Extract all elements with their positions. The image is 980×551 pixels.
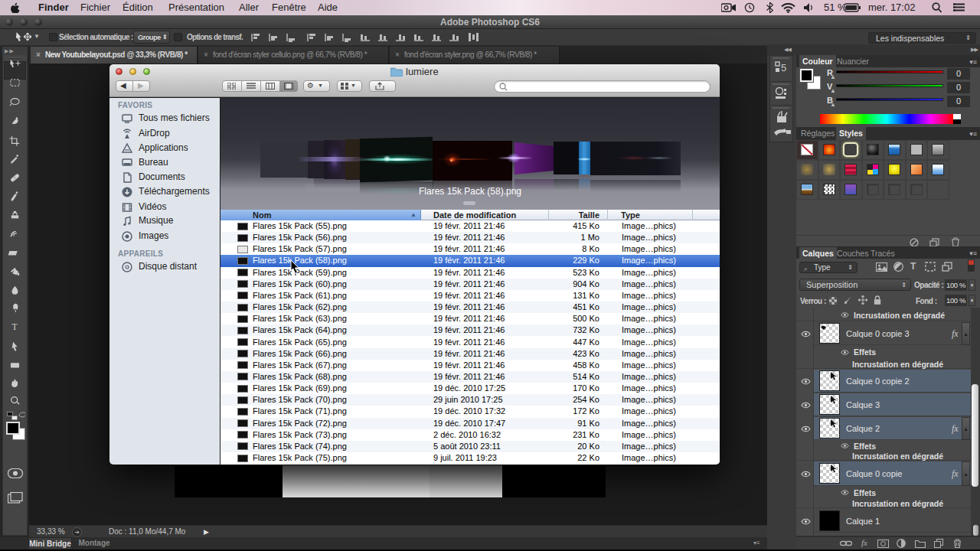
svg-text:5: 5	[781, 62, 786, 73]
svg-text:T: T	[12, 321, 18, 332]
